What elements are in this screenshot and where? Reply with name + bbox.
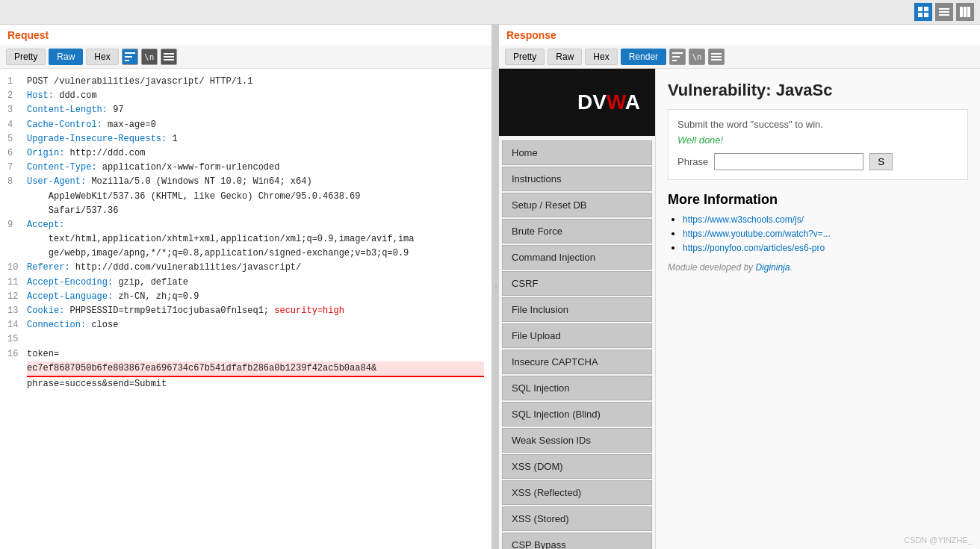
nav-sql-injection[interactable]: SQL Injection: [502, 376, 652, 400]
response-tab-bar: Pretty Raw Hex Render \n: [499, 46, 980, 69]
svg-rect-10: [125, 52, 135, 54]
more-info-title: More Information: [668, 192, 968, 208]
module-credit: Module developed by Digininja.: [668, 262, 968, 273]
tab-pretty[interactable]: Pretty: [505, 49, 545, 65]
svg-rect-11: [125, 56, 132, 58]
svg-rect-5: [939, 11, 949, 13]
submit-instruction: Submit the word "success" to win.: [677, 119, 958, 130]
svg-rect-15: [164, 59, 174, 61]
nav-setup[interactable]: Setup / Reset DB: [502, 193, 652, 217]
dvwa-logo: DVWA: [577, 90, 640, 114]
tab-raw[interactable]: Raw: [548, 49, 582, 65]
nav-xss-dom[interactable]: XSS (DOM): [502, 454, 652, 479]
svg-rect-0: [918, 7, 922, 11]
svg-rect-8: [964, 7, 967, 17]
columns-view-button[interactable]: [956, 3, 974, 21]
module-author-link[interactable]: Digininja.: [755, 262, 792, 273]
phrase-label: Phrase: [677, 156, 708, 167]
tab-hex[interactable]: Hex: [585, 49, 617, 65]
token-highlight-line: ec7ef8687050b6fe803867ea696734c67b541dfa…: [7, 362, 484, 377]
request-tab-bar: Pretty Raw Hex \n: [0, 46, 491, 69]
phrase-input[interactable]: [714, 153, 863, 170]
svg-rect-20: [711, 56, 722, 58]
grid-view-button[interactable]: [914, 3, 932, 21]
nav-command-injection[interactable]: Command Injection: [502, 245, 652, 270]
svg-rect-17: [672, 56, 680, 58]
nav-file-upload[interactable]: File Upload: [502, 323, 652, 348]
watermark: CSDN @YINZHE_: [904, 536, 973, 545]
svg-rect-16: [672, 52, 683, 54]
panel-divider[interactable]: ⋮: [493, 25, 499, 549]
svg-rect-1: [924, 7, 928, 11]
format-icon-resp[interactable]: [669, 49, 686, 65]
phrase-row: Phrase S: [677, 153, 958, 170]
nav-insecure-captcha[interactable]: Insecure CAPTCHA: [502, 350, 652, 374]
svg-rect-9: [967, 7, 970, 17]
request-panel: Request Pretty Raw Hex \n: [0, 25, 493, 549]
top-toolbar: [0, 0, 980, 25]
tab-hex[interactable]: Hex: [86, 49, 118, 65]
response-panel: Response Pretty Raw Hex Render \n: [499, 25, 980, 549]
svg-rect-21: [711, 59, 722, 61]
vulnerability-title: Vulnerability: JavaSc: [668, 81, 968, 100]
svg-rect-2: [918, 13, 922, 17]
nav-sql-injection-blind[interactable]: SQL Injection (Blind): [502, 402, 652, 427]
svg-rect-18: [672, 60, 677, 61]
nav-section: Home Instructions Setup / Reset DB Brute…: [499, 136, 655, 549]
tab-raw[interactable]: Raw: [49, 49, 83, 65]
format-icon[interactable]: [122, 49, 138, 65]
list-view-button[interactable]: [935, 3, 953, 21]
svg-rect-19: [711, 53, 722, 55]
link-ponyfoo[interactable]: https://ponyfoo.com/articles/es6-pro: [683, 243, 825, 253]
menu-icon-resp[interactable]: [708, 49, 725, 65]
nav-weak-session-ids[interactable]: Weak Session IDs: [502, 428, 652, 453]
link-youtube[interactable]: https://www.youtube.com/watch?v=...: [683, 229, 831, 239]
tab-render[interactable]: Render: [621, 49, 666, 65]
nav-file-inclusion[interactable]: File Inclusion: [502, 297, 652, 322]
svg-rect-3: [924, 13, 928, 17]
nav-instructions[interactable]: Instructions: [502, 167, 652, 191]
response-content: DVWA Home Instructions Setup / Reset DB …: [499, 69, 980, 549]
nav-xss-stored[interactable]: XSS (Stored): [502, 506, 652, 531]
request-content: 1POST /vulnerabilities/javascript/ HTTP/…: [0, 69, 491, 549]
nav-csrf[interactable]: CSRF: [502, 271, 652, 296]
dvwa-container: DVWA Home Instructions Setup / Reset DB …: [499, 69, 980, 549]
newline-icon[interactable]: \n: [141, 49, 158, 65]
svg-rect-7: [960, 7, 963, 17]
dvwa-main: Vulnerability: JavaSc Submit the word "s…: [656, 69, 980, 549]
link-w3schools[interactable]: https://www.w3schools.com/js/: [683, 214, 804, 225]
request-panel-header: Request: [0, 25, 491, 46]
svg-rect-13: [164, 53, 174, 55]
dvwa-nav: DVWA Home Instructions Setup / Reset DB …: [499, 69, 656, 549]
nav-xss-reflected[interactable]: XSS (Reflected): [502, 480, 652, 505]
svg-rect-4: [939, 8, 949, 10]
tab-pretty[interactable]: Pretty: [6, 49, 46, 65]
svg-rect-14: [164, 56, 174, 58]
vulnerability-form-box: Submit the word "success" to win. Well d…: [668, 109, 968, 180]
nav-brute-force[interactable]: Brute Force: [502, 219, 652, 244]
svg-rect-6: [939, 14, 949, 16]
nav-csp-bypass[interactable]: CSP Bypass: [502, 533, 652, 549]
nav-home[interactable]: Home: [502, 140, 652, 165]
phrase-submit-button[interactable]: S: [869, 153, 893, 170]
svg-rect-12: [125, 60, 129, 61]
newline-icon-resp[interactable]: \n: [689, 49, 705, 65]
response-panel-header: Response: [499, 25, 980, 46]
menu-icon[interactable]: [161, 49, 177, 65]
more-links-list: https://www.w3schools.com/js/ https://ww…: [668, 214, 968, 253]
dvwa-header: DVWA: [499, 69, 655, 136]
well-done-message: Well done!: [677, 134, 958, 146]
